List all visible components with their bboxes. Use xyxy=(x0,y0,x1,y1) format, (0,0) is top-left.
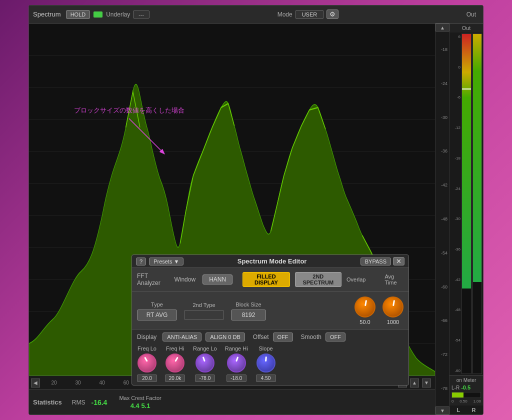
on-meter-scale-0: 0 xyxy=(452,399,454,404)
mode-value: USER xyxy=(296,10,324,19)
range-hi-col: Range Hi -18.0 xyxy=(225,346,248,382)
editor-bypass-button[interactable]: BYPASS xyxy=(360,258,391,266)
hold-button[interactable]: HOLD xyxy=(66,10,90,19)
avgtime-value: 1000 xyxy=(387,319,399,325)
display-section: Display ANTI-ALIAS ALIGN 0 DB Offset OFF… xyxy=(132,329,408,385)
blocksize-value: 8192 xyxy=(231,310,266,320)
scale--30: -30 xyxy=(450,216,460,221)
scale--6: -6 xyxy=(450,95,460,100)
freq-tick-60: 60 xyxy=(124,380,129,386)
scale--24: -24 xyxy=(450,186,460,191)
type-button[interactable]: RT AVG xyxy=(137,310,177,320)
freq-tick-40: 40 xyxy=(100,380,105,386)
editor-row1: FFT Analyzer Window HANN FILLED DISPLAY … xyxy=(132,268,408,292)
scale-0: 0 xyxy=(450,65,460,70)
freq-hi-label: Freq Hi xyxy=(166,346,184,352)
blocksize-section: Block Size 8192 xyxy=(231,302,266,320)
range-hi-value: -18.0 xyxy=(226,374,246,382)
freq-scroll-left[interactable]: ◀ xyxy=(31,378,40,388)
freq-tick-20: 20 xyxy=(51,380,56,386)
scale--12: -12 xyxy=(450,126,460,130)
range-lo-col: Range Lo -78.0 xyxy=(193,346,217,382)
left-peak-marker xyxy=(462,88,471,90)
scale--18: -18 xyxy=(450,156,460,160)
editor-close-button[interactable]: ✕ xyxy=(393,257,404,266)
range-hi-label: Range Hi xyxy=(225,346,248,352)
db-tick--78: -78 xyxy=(436,386,449,391)
freq-tick-30: 30 xyxy=(76,380,81,386)
scale--42: -42 xyxy=(450,278,460,282)
slope-knob[interactable] xyxy=(256,354,276,372)
led-indicator[interactable] xyxy=(93,11,103,18)
statistics-label: Statistics xyxy=(33,398,62,406)
anti-alias-button[interactable]: ANTI-ALIAS xyxy=(162,332,202,342)
type2-button[interactable] xyxy=(184,310,224,320)
db-tick--72: -72 xyxy=(436,352,449,357)
smooth-label: Smooth xyxy=(301,334,322,340)
filled-display-button[interactable]: FILLED DISPLAY xyxy=(242,272,290,287)
freq-lo-knob[interactable] xyxy=(138,354,156,372)
right-meter-bar xyxy=(472,34,482,374)
gear-button[interactable]: ⚙ xyxy=(326,10,338,19)
scale--36: -36 xyxy=(450,247,460,252)
level-meter-label: Out xyxy=(450,24,483,32)
meter-scale: 6 0 -6 -12 -18 -24 -30 -36 -42 -48 -54 -… xyxy=(450,34,460,374)
db-tick--66: -66 xyxy=(436,318,449,323)
freq-zoom-in[interactable]: ▲ xyxy=(410,378,419,388)
editor-help-button[interactable]: ? xyxy=(136,258,146,266)
lr-labels-row: L R xyxy=(450,406,483,414)
avg-time-label-top: Avg Time xyxy=(384,274,404,286)
top-bar: Spectrum HOLD Underlay --- Mode USER ⚙ O… xyxy=(29,6,483,24)
on-meter-bar-fill xyxy=(452,392,464,398)
left-bar-bg xyxy=(462,34,472,374)
crest-values: 4.4 5.1 xyxy=(130,402,150,410)
slope-label: Slope xyxy=(259,346,273,352)
freq-hi-knob[interactable] xyxy=(166,354,184,372)
on-meter-label: on Meter xyxy=(452,378,481,383)
db-tick--36: -36 xyxy=(436,148,449,154)
editor-presets-button[interactable]: Presets ▼ xyxy=(149,258,184,266)
on-meter-scale-row: 0 0.50 1.00 xyxy=(452,399,481,404)
avgtime-knob-section: 1000 xyxy=(382,296,404,325)
smooth-off-button[interactable]: OFF xyxy=(326,332,346,342)
on-meter-bar-bg xyxy=(452,392,481,398)
overlap-knob[interactable] xyxy=(354,296,376,318)
on-meter-scale-050: 0.50 xyxy=(460,399,468,404)
left-bar-fill xyxy=(462,34,471,288)
mode-label: Mode xyxy=(278,11,292,18)
right-bar-fill xyxy=(473,34,482,282)
scale--54: -54 xyxy=(450,338,460,342)
editor-row2: Type RT AVG 2nd Type Block Size 8192 xyxy=(132,292,408,329)
type-label: Type xyxy=(151,302,163,308)
right-bar-bg xyxy=(472,34,482,374)
freq-lo-value: 20.0 xyxy=(137,374,157,382)
r-label: R xyxy=(472,407,476,413)
scale--60: -60 xyxy=(450,368,460,373)
offset-label: Offset xyxy=(253,334,269,340)
underlay-value: --- xyxy=(133,10,150,18)
align0db-button[interactable]: ALIGN 0 DB xyxy=(206,332,245,342)
scale-6: 6 xyxy=(450,34,460,39)
window-label: Window xyxy=(174,276,196,283)
blocksize-label: Block Size xyxy=(236,302,261,308)
hann-button[interactable]: HANN xyxy=(202,274,232,284)
type2-section: 2nd Type xyxy=(184,302,224,320)
range-lo-value: -78.0 xyxy=(195,374,215,382)
avgtime-knob[interactable] xyxy=(382,296,404,318)
2nd-spectrum-button[interactable]: 2ND SPECTRUM xyxy=(295,272,342,287)
db-scroll-up[interactable]: ▲ xyxy=(436,24,450,32)
freq-lo-label: Freq Lo xyxy=(138,346,156,352)
db-tick--24: -24 xyxy=(436,81,449,86)
display-label: Display xyxy=(137,334,156,340)
out-label: Out xyxy=(466,11,476,18)
scale--48: -48 xyxy=(450,308,460,312)
stats-bar: Statistics RMS -16.4 Max Crest Factor 4.… xyxy=(29,390,435,414)
offset-off-button[interactable]: OFF xyxy=(273,332,293,342)
db-scroll-down[interactable]: ▼ xyxy=(436,406,450,414)
left-meter-bar xyxy=(462,34,472,374)
freq-zoom-out[interactable]: ▼ xyxy=(422,378,431,388)
range-hi-knob[interactable] xyxy=(227,354,246,372)
db-tick--18: -18 xyxy=(436,47,449,52)
range-lo-knob[interactable] xyxy=(196,354,214,372)
db-scale: ▲ -18 -24 -30 -36 -42 -48 -54 -60 -66 -7… xyxy=(435,24,449,414)
